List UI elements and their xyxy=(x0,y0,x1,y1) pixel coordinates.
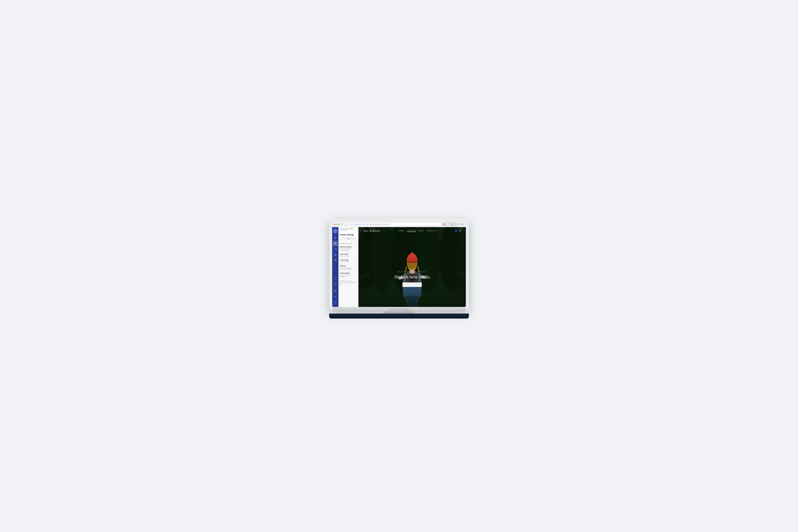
user-nav-icon[interactable]: 👤 xyxy=(455,230,457,232)
option-title-html: Insert HTML xyxy=(340,253,349,255)
svg-rect-36 xyxy=(358,290,466,307)
hero-cta-button[interactable]: SHOP NOW → xyxy=(402,283,422,287)
option-insert-image[interactable]: Insert Image Insert new Image › xyxy=(339,258,358,264)
nav-link-about[interactable]: ABOUT US xyxy=(427,230,437,232)
app-container: 🚀 ⊞ ⚗ 👥 🖥 ⚙ ▽ ⓘ ⊟ ↩ 👤 xyxy=(332,227,466,307)
laptop-stand xyxy=(382,310,416,314)
share-icon[interactable]: ↑ xyxy=(446,223,450,226)
sidebar-icon-info[interactable]: ⓘ xyxy=(332,282,338,287)
option-redirect[interactable]: Redirect Redirect this page to a differe… xyxy=(339,264,358,271)
sidebar-icons: 🚀 ⊞ ⚗ 👥 🖥 ⚙ ▽ ⓘ ⊟ ↩ 👤 xyxy=(332,227,339,307)
url-text: https://www.atticandbutton.com xyxy=(369,224,440,225)
site-nav: Attic & Button HOME CATALOG BLOG ABOUT U… xyxy=(358,227,466,234)
browser-menu-button[interactable]: ⋯ xyxy=(344,223,347,226)
option-title-email: Email Capture xyxy=(340,272,356,274)
laptop-body: ↺ ⋯ URL Targeting for Hero Test https://… xyxy=(329,218,469,310)
option-title-element: Element Change xyxy=(340,246,356,248)
panel-header: Create Change Save xyxy=(339,232,358,242)
sidebar-icon-history[interactable]: ↩ xyxy=(332,294,338,299)
site-name: Attic and Button (Web) xyxy=(340,228,357,230)
minimize-dot[interactable] xyxy=(336,224,337,225)
laptop-notch xyxy=(389,309,409,310)
save-button[interactable]: Save xyxy=(340,237,357,241)
nav-link-catalog[interactable]: CATALOG xyxy=(407,230,416,232)
preview-area: Attic & Button HOME CATALOG BLOG ABOUT U… xyxy=(358,227,466,307)
sidebar-icon-users[interactable]: 👥 xyxy=(332,246,338,252)
hero-tagline: GEAR FOR EVERY SEASON xyxy=(387,271,437,272)
laptop-base xyxy=(332,307,466,310)
nav-link-home[interactable]: HOME xyxy=(399,230,404,232)
option-text-html: Insert HTML Insert new HTML xyxy=(340,253,349,257)
option-email-capture[interactable]: Email Capture Sign up visitors your news… xyxy=(339,271,358,279)
sidebar-icon-filter[interactable]: ▽ xyxy=(332,276,338,281)
hero-title: Stylish new looks xyxy=(387,274,437,280)
option-text-email: Email Capture Sign up visitors your news… xyxy=(340,272,356,278)
browser-dots xyxy=(334,224,339,225)
option-desc-html: Insert new HTML xyxy=(340,255,349,257)
changes-back-link[interactable]: ‹ < Changes xyxy=(340,230,357,231)
svg-rect-31 xyxy=(407,261,417,263)
svg-point-30 xyxy=(411,252,414,256)
website-preview: Attic & Button HOME CATALOG BLOG ABOUT U… xyxy=(358,227,466,307)
site-nav-links: HOME CATALOG BLOG ABOUT US xyxy=(399,230,437,232)
option-desc-email: Sign up visitors your newsletter xyxy=(340,274,356,278)
sidebar-bottom-icons: ▽ ⓘ ⊟ ↩ 👤 xyxy=(332,276,338,305)
browser-chrome: ↺ ⋯ URL Targeting for Hero Test https://… xyxy=(332,222,466,227)
browser-right-icons: 🔖 ↑ ⊞ ⇔ Full Width xyxy=(442,223,464,226)
create-options-label: Create Options xyxy=(339,242,358,245)
maximize-dot[interactable] xyxy=(338,224,339,225)
option-title-image: Insert Image xyxy=(340,259,349,261)
sidebar-icon-monitor[interactable]: 🖥 xyxy=(332,252,338,258)
hero-content: GEAR FOR EVERY SEASON Stylish new looks … xyxy=(387,271,437,287)
create-change-panel: Attic and Button (Web) ‹ < Changes Creat… xyxy=(339,227,358,307)
sidebar-icon-grid[interactable]: ⊞ xyxy=(332,235,338,241)
panel-title: Create Change xyxy=(340,233,357,236)
option-title-redirect: Redirect xyxy=(340,265,356,267)
site-logo: Attic & Button xyxy=(363,229,380,232)
sidebar-icon-gallery[interactable]: ⊟ xyxy=(332,288,338,293)
option-arrow-element: › xyxy=(357,246,357,248)
option-desc-image: Insert new Image xyxy=(340,261,349,263)
url-tab-label: URL Targeting for Hero Test xyxy=(350,224,368,225)
option-arrow-html: › xyxy=(357,253,357,255)
cart-nav-icon[interactable]: 🛒 xyxy=(459,230,461,232)
logo-icon[interactable]: 🚀 xyxy=(333,229,338,233)
sidebar-icon-settings[interactable]: ⚙ xyxy=(332,258,338,263)
extensions-note: You can create new Extensions in the Ext… xyxy=(339,279,358,287)
option-desc-element: Make a change to an existing element xyxy=(340,248,356,251)
laptop-wrapper: ↺ ⋯ URL Targeting for Hero Test https://… xyxy=(324,214,474,319)
sidebar-icon-flask[interactable]: ⚗ xyxy=(332,241,338,246)
extensions-icon[interactable]: ⊞ xyxy=(450,223,454,226)
option-element-change[interactable]: Element Change Make a change to an exist… xyxy=(339,245,358,252)
tree-background xyxy=(358,227,466,307)
option-arrow-redirect: › xyxy=(357,265,357,267)
option-arrow-image: › xyxy=(357,259,357,261)
option-text-redirect: Redirect Redirect this page to a differe… xyxy=(340,265,356,270)
nav-icons: 👤 🛒 xyxy=(455,230,461,232)
bookmark-icon[interactable]: 🔖 xyxy=(442,223,445,226)
option-text-element: Element Change Make a change to an exist… xyxy=(340,246,356,251)
close-dot[interactable] xyxy=(334,224,335,225)
laptop-screen: ↺ ⋯ URL Targeting for Hero Test https://… xyxy=(332,222,466,307)
full-width-label: Full Width xyxy=(458,224,464,225)
option-desc-redirect: Redirect this page to a different URL or… xyxy=(340,267,356,270)
option-arrow-email: › xyxy=(357,272,357,274)
reload-button[interactable]: ↺ xyxy=(340,223,343,226)
sidebar-icon-profile[interactable]: 👤 xyxy=(332,300,338,305)
option-insert-html[interactable]: Insert HTML Insert new HTML › xyxy=(339,252,358,258)
browser-nav-icons: ↺ ⋯ xyxy=(340,223,347,226)
back-arrow-icon: ‹ xyxy=(340,230,340,231)
laptop-foot xyxy=(329,314,469,319)
panel-site-info: Attic and Button (Web) ‹ < Changes xyxy=(339,227,358,232)
browser-url-bar[interactable]: URL Targeting for Hero Test https://www.… xyxy=(348,223,441,226)
option-text-image: Insert Image Insert new Image xyxy=(340,259,349,263)
resize-icon[interactable]: ⇔ xyxy=(454,223,457,226)
nav-link-blog[interactable]: BLOG xyxy=(419,230,424,232)
